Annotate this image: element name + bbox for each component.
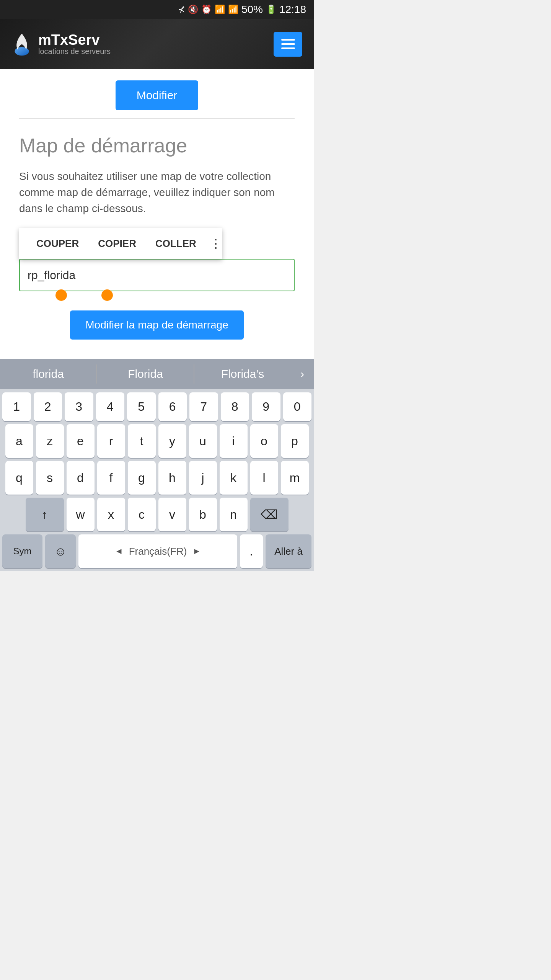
key-5[interactable]: 5 [127, 392, 156, 421]
app-header: mTxServ locations de serveurs [0, 19, 314, 69]
key-p[interactable]: p [281, 424, 309, 458]
keyboard-row-2: q s d f g h j k l m [2, 461, 311, 495]
key-f[interactable]: f [97, 461, 125, 495]
context-menu-more[interactable]: ⋮ [210, 236, 222, 251]
key-l[interactable]: l [250, 461, 278, 495]
key-k[interactable]: k [220, 461, 248, 495]
keyboard-number-row: 1 2 3 4 5 6 7 8 9 0 [2, 392, 311, 421]
keyboard-rows: 1 2 3 4 5 6 7 8 9 0 a z e r t y u i o p … [0, 389, 314, 571]
key-s[interactable]: s [36, 461, 64, 495]
key-4[interactable]: 4 [96, 392, 125, 421]
key-q[interactable]: q [5, 461, 33, 495]
svg-point-0 [15, 47, 29, 55]
logo-icon [11, 32, 33, 57]
section-description: Si vous souhaitez utiliser une map de vo… [19, 168, 295, 217]
battery-icon: 🔋 [266, 5, 276, 15]
key-8[interactable]: 8 [221, 392, 249, 421]
key-m[interactable]: m [281, 461, 309, 495]
key-y[interactable]: y [158, 424, 186, 458]
key-space[interactable]: ◄ Français(FR) ► [78, 534, 237, 568]
autocomplete-suggestion-2[interactable]: Florida's [194, 359, 291, 389]
context-menu-copy[interactable]: COPIER [88, 238, 146, 250]
key-o[interactable]: o [250, 424, 278, 458]
key-backspace[interactable]: ⌫ [250, 498, 289, 531]
autocomplete-bar: florida Florida Florida's › [0, 359, 314, 389]
key-r[interactable]: r [97, 424, 125, 458]
modifier-top-button[interactable]: Modifier [116, 80, 199, 110]
key-g[interactable]: g [128, 461, 156, 495]
cursor-handle-right [101, 289, 113, 301]
context-menu-paste[interactable]: COLLER [146, 238, 206, 250]
key-c[interactable]: c [128, 498, 156, 531]
status-icons: ⊀ 🔇 ⏰ 📶 📶 50% 🔋 12:18 [178, 3, 306, 16]
autocomplete-suggestion-1[interactable]: Florida [97, 359, 194, 389]
keyboard-row-4: Sym ☺ ◄ Français(FR) ► . Aller à [2, 534, 311, 568]
keyboard-row-3: ↑ w x c v b n ⌫ [2, 498, 311, 531]
keyboard-area: florida Florida Florida's › 1 2 3 4 5 6 … [0, 359, 314, 571]
logo-area: mTxServ locations de serveurs [11, 32, 111, 57]
battery-text: 50% [241, 3, 263, 16]
key-sym[interactable]: Sym [2, 534, 42, 568]
key-x[interactable]: x [97, 498, 125, 531]
key-h[interactable]: h [158, 461, 186, 495]
key-1[interactable]: 1 [2, 392, 31, 421]
status-bar: ⊀ 🔇 ⏰ 📶 📶 50% 🔋 12:18 [0, 0, 314, 19]
key-6[interactable]: 6 [158, 392, 187, 421]
key-j[interactable]: j [189, 461, 217, 495]
cursor-handle-left [55, 289, 67, 301]
section-title: Map de démarrage [19, 134, 295, 157]
key-period[interactable]: . [240, 534, 263, 568]
context-menu: COUPER COPIER COLLER ⋮ [19, 228, 222, 259]
logo-sub-text: locations de serveurs [38, 47, 111, 56]
key-b[interactable]: b [189, 498, 217, 531]
key-t[interactable]: t [128, 424, 156, 458]
key-3[interactable]: 3 [65, 392, 93, 421]
context-menu-cut[interactable]: COUPER [27, 238, 88, 250]
key-n[interactable]: n [220, 498, 248, 531]
signal-icon: 📶 [228, 5, 238, 15]
key-2[interactable]: 2 [34, 392, 62, 421]
menu-button[interactable] [274, 32, 302, 57]
mute-icon: 🔇 [188, 5, 198, 15]
autocomplete-more-arrow[interactable]: › [291, 368, 314, 381]
key-a[interactable]: a [5, 424, 33, 458]
alarm-icon: ⏰ [201, 5, 212, 15]
key-emoji[interactable]: ☺ [45, 534, 76, 568]
key-go[interactable]: Aller à [266, 534, 311, 568]
key-7[interactable]: 7 [189, 392, 218, 421]
input-wrapper [19, 259, 295, 291]
key-d[interactable]: d [67, 461, 95, 495]
key-w[interactable]: w [67, 498, 95, 531]
time-display: 12:18 [279, 3, 306, 16]
key-i[interactable]: i [220, 424, 248, 458]
wifi-icon: 📶 [215, 5, 225, 15]
modifier-top-section: Modifier [0, 69, 314, 118]
main-content: Map de démarrage Si vous souhaitez utili… [0, 119, 314, 359]
key-0[interactable]: 0 [283, 392, 312, 421]
key-9[interactable]: 9 [252, 392, 280, 421]
modifier-map-button[interactable]: Modifier la map de démarrage [70, 310, 244, 340]
key-z[interactable]: z [36, 424, 64, 458]
key-e[interactable]: e [67, 424, 95, 458]
key-v[interactable]: v [158, 498, 186, 531]
key-u[interactable]: u [189, 424, 217, 458]
logo-text: mTxServ locations de serveurs [38, 33, 111, 56]
map-name-input[interactable] [19, 259, 295, 291]
bluetooth-icon: ⊀ [178, 5, 185, 15]
logo-main-text: mTxServ [38, 33, 111, 47]
hamburger-icon [281, 39, 295, 49]
key-shift[interactable]: ↑ [26, 498, 64, 531]
keyboard-row-1: a z e r t y u i o p [2, 424, 311, 458]
autocomplete-suggestion-0[interactable]: florida [0, 359, 96, 389]
